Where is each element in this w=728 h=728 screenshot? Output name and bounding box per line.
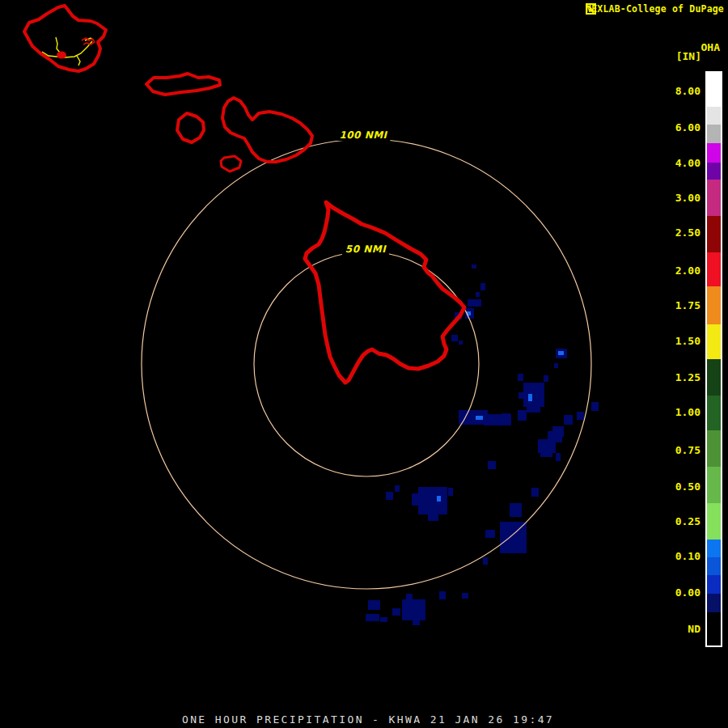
precip-echo bbox=[451, 335, 458, 341]
precip-echo bbox=[472, 265, 476, 269]
colorbar-label: 0.10 bbox=[660, 551, 700, 561]
precip-echo bbox=[448, 488, 453, 496]
precip-echo bbox=[428, 514, 438, 521]
colorbar-label: 2.00 bbox=[660, 265, 700, 276]
colorbar-segment bbox=[707, 612, 721, 645]
precip-echo bbox=[528, 394, 532, 401]
range-ring-label-50nmi: 50 NMI bbox=[342, 243, 389, 255]
precip-echo bbox=[484, 414, 511, 425]
colorbar-label: 2.50 bbox=[660, 227, 700, 238]
colorbar-label: 8.00 bbox=[660, 86, 700, 96]
precip-echo bbox=[577, 412, 584, 420]
precip-echo bbox=[518, 374, 523, 381]
precip-echo bbox=[402, 599, 425, 620]
colorbar-segment bbox=[707, 503, 721, 540]
colorbar-segment bbox=[707, 430, 721, 467]
range-ring-100nmi bbox=[142, 139, 591, 589]
colorbar-label: 1.00 bbox=[660, 407, 700, 417]
urban-area-mark bbox=[57, 52, 66, 59]
colorbar-segment bbox=[707, 286, 721, 324]
precip-echo bbox=[462, 593, 468, 599]
colorbar-segment bbox=[707, 252, 721, 286]
island-outline-big-island bbox=[305, 202, 464, 383]
precip-echo bbox=[527, 402, 540, 413]
colorbar-labels: 8.006.004.003.002.502.001.751.501.251.00… bbox=[660, 0, 700, 728]
precip-echo bbox=[366, 614, 379, 621]
precip-echo bbox=[476, 292, 480, 297]
precip-echo bbox=[488, 461, 496, 469]
radar-map bbox=[0, 0, 728, 728]
precip-echo bbox=[556, 453, 561, 461]
colorbar-segment bbox=[707, 594, 721, 612]
precip-echo bbox=[564, 415, 573, 425]
precip-echo bbox=[392, 608, 400, 616]
colorbar-segment bbox=[707, 73, 721, 107]
colorbar-segment bbox=[707, 540, 721, 557]
colorbar-label: 0.75 bbox=[660, 445, 700, 455]
colorbar-segment bbox=[707, 143, 721, 163]
precip-echo bbox=[439, 591, 446, 599]
precip-echo bbox=[518, 392, 523, 399]
colorbar-label: 1.25 bbox=[660, 372, 700, 383]
colorbar-segment bbox=[707, 180, 721, 216]
colorbar-segment bbox=[707, 125, 721, 143]
colorbar-label: 4.00 bbox=[660, 158, 700, 168]
colorbar-segment bbox=[707, 575, 721, 594]
range-ring-label-100nmi: 100 NMI bbox=[336, 129, 390, 141]
precip-echo bbox=[540, 445, 552, 457]
colorbar-label: ND bbox=[660, 624, 700, 634]
precip-echo bbox=[412, 493, 419, 506]
page-title: NEXLAB-College of DuPage bbox=[586, 3, 724, 15]
precip-echo bbox=[483, 557, 488, 565]
colorbar-segment bbox=[707, 324, 721, 359]
island-outline-maui bbox=[222, 98, 312, 162]
radar-image: NEXLAB-College of DuPage OHA [IN] 8.006.… bbox=[0, 0, 728, 728]
colorbar-segment bbox=[707, 557, 721, 575]
colorbar-label: 0.25 bbox=[660, 516, 700, 527]
colorbar-segment bbox=[707, 359, 721, 396]
precip-echo bbox=[480, 283, 485, 290]
precip-echo bbox=[554, 363, 558, 368]
precip-echo bbox=[485, 530, 495, 538]
header: NEXLAB-College of DuPage bbox=[586, 3, 724, 15]
island-outline-oahu bbox=[24, 6, 106, 71]
colorbar-segment bbox=[707, 216, 721, 252]
island-outline-lanai bbox=[177, 113, 204, 142]
colorbar-label: 1.50 bbox=[660, 336, 700, 346]
precip-echo bbox=[476, 416, 483, 420]
product-caption: ONE HOUR PRECIPITATION - KHWA 21 JAN 26 … bbox=[182, 713, 554, 726]
precip-echo bbox=[418, 487, 447, 514]
precip-echo bbox=[368, 600, 380, 610]
precip-echo bbox=[558, 351, 564, 355]
nexlab-logo-icon bbox=[586, 3, 596, 15]
colorbar-label: 6.00 bbox=[660, 122, 700, 133]
colorbar-label: 3.00 bbox=[660, 193, 700, 203]
colorbar-label: 0.00 bbox=[660, 587, 700, 598]
precip-echo bbox=[468, 299, 481, 307]
precip-echo bbox=[531, 488, 539, 497]
range-ring-50nmi bbox=[254, 252, 479, 476]
station-code: OHA bbox=[701, 41, 720, 53]
precip-echo bbox=[544, 375, 548, 382]
colorbar bbox=[705, 71, 722, 647]
precip-echo bbox=[459, 341, 463, 345]
colorbar-segment bbox=[707, 467, 721, 503]
precip-echo bbox=[591, 402, 599, 411]
precip-echo bbox=[406, 594, 413, 599]
island-outline-kahoolawe bbox=[221, 156, 241, 171]
precip-echo bbox=[518, 410, 527, 421]
colorbar-segment bbox=[707, 163, 721, 180]
colorbar-segment bbox=[707, 107, 721, 125]
colorbar-label: 1.75 bbox=[660, 300, 700, 311]
island-outline-molokai bbox=[146, 74, 220, 95]
precip-echo bbox=[395, 485, 400, 492]
precip-echo bbox=[510, 503, 522, 517]
precip-echo bbox=[386, 492, 393, 500]
road-line bbox=[77, 56, 80, 66]
precip-echo bbox=[437, 496, 441, 502]
precip-echo bbox=[413, 620, 420, 625]
precip-echo bbox=[380, 617, 387, 622]
colorbar-segment bbox=[707, 396, 721, 430]
colorbar-label: 0.50 bbox=[660, 481, 700, 492]
